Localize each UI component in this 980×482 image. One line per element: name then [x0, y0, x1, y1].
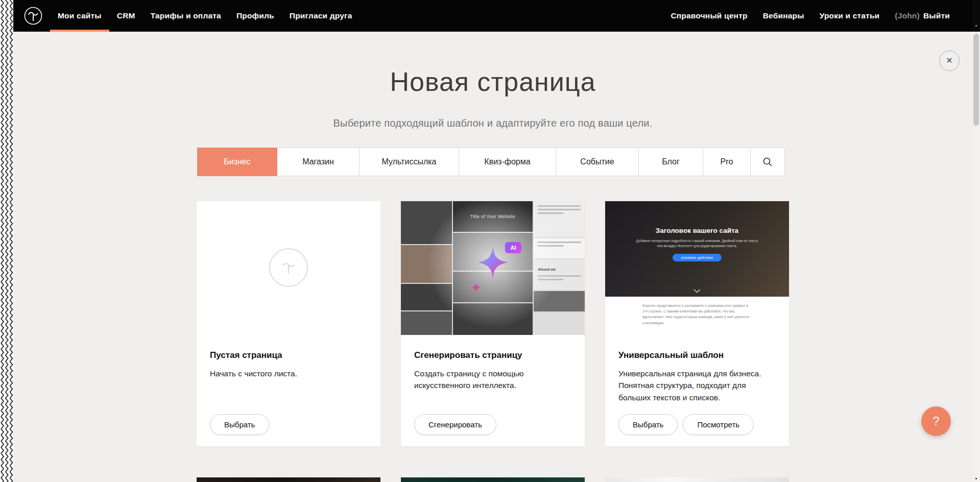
scrollbar-thumb[interactable]: [973, 34, 979, 126]
main-menu: Мои сайты CRM Тарифы и оплата Профиль Пр…: [50, 0, 360, 32]
logout-label: Выйти: [923, 11, 950, 20]
zigzag-pattern: [0, 0, 13, 482]
top-navbar: Мои сайты CRM Тарифы и оплата Профиль Пр…: [13, 0, 980, 32]
tilda-watermark-icon: [269, 248, 308, 287]
ai-badge: AI: [505, 242, 521, 253]
scrollbar-navbar-cap: ▲: [972, 0, 980, 32]
page-scrollbar: ▲ ▼: [972, 0, 980, 482]
choose-template-button[interactable]: Выбрать: [618, 414, 678, 435]
tilda-logo-icon: [23, 6, 43, 26]
blank-page-preview: [197, 201, 380, 335]
view-template-button[interactable]: Посмотреть: [683, 414, 754, 435]
search-icon: [762, 157, 773, 167]
ai-small-sparkle-icon: [470, 282, 482, 293]
partial-template-card: [401, 477, 585, 482]
nav-item-invite-friend[interactable]: Пригласи друга: [282, 0, 360, 32]
scroll-up-icon[interactable]: ▲: [974, 23, 978, 27]
template-hero-heading: Заголовок вашего сайта: [656, 227, 738, 234]
nav-item-my-sites[interactable]: Мои сайты: [50, 0, 109, 32]
username-label: (John): [895, 11, 920, 20]
nav-item-tariffs[interactable]: Тарифы и оплата: [143, 0, 229, 32]
nav-item-lessons[interactable]: Уроки и статьи: [812, 0, 888, 32]
page-subtitle: Выберите подходящий шаблон и адаптируйте…: [13, 117, 972, 129]
scroll-down-icon: ▼: [974, 477, 978, 480]
tab-blog[interactable]: Блог: [638, 148, 703, 176]
ai-card-image: Title of Your Website About us: [401, 201, 585, 335]
tab-multilink[interactable]: Мультиссылка: [359, 148, 459, 176]
card-title: Сгенерировать страницу: [414, 350, 571, 360]
close-button[interactable]: ✕: [939, 51, 960, 71]
tab-pro[interactable]: Pro: [703, 148, 751, 176]
template-category-tabs: Бизнес Магазин Мультиссылка Квиз-форма С…: [197, 148, 788, 176]
card-title: Пустая страница: [210, 350, 367, 360]
chevron-down-icon: [694, 289, 701, 293]
card-description: Начать с чистого листа.: [210, 368, 367, 379]
tab-event[interactable]: Событие: [556, 148, 639, 176]
secondary-menu: Справочный центр Вебинары Уроки и статьи…: [663, 0, 980, 32]
template-hero-cta-button: основное действие: [673, 254, 721, 261]
card-blank-page: Пустая страница Начать с чистого листа. …: [197, 201, 380, 446]
nav-item-logout[interactable]: (John) Выйти: [887, 0, 958, 32]
template-preview-image: Заголовок вашего сайта Добавьте интересн…: [605, 201, 789, 335]
nav-item-profile[interactable]: Профиль: [229, 0, 282, 32]
card-title: Универсальный шаблон: [618, 350, 776, 360]
new-page-dialog: ✕ Новая страница Выберите подходящий шаб…: [13, 32, 972, 482]
card-generate-ai: Title of Your Website About us: [401, 201, 585, 446]
template-cards-grid: Пустая страница Начать с чистого листа. …: [197, 201, 789, 446]
partial-template-card: [605, 477, 789, 482]
close-icon: ✕: [946, 57, 952, 65]
nav-item-help-center[interactable]: Справочный центр: [663, 0, 755, 32]
tab-search[interactable]: [750, 148, 785, 176]
page-title: Новая страница: [13, 66, 972, 97]
card-description: Создать страницу с помощью искусственног…: [414, 368, 571, 392]
nav-item-webinars[interactable]: Вебинары: [755, 0, 812, 32]
partial-template-card: [197, 477, 380, 482]
tilda-logo[interactable]: [23, 6, 43, 26]
template-body-block: Коротко представьтесь и расскажите о ком…: [605, 297, 789, 335]
card-description: Универсальная страница для бизнеса. Поня…: [618, 368, 776, 403]
generate-button[interactable]: Сгенерировать: [414, 414, 496, 435]
tab-quiz-form[interactable]: Квиз-форма: [459, 148, 556, 176]
card-universal-template: Заголовок вашего сайта Добавьте интересн…: [605, 201, 789, 446]
next-templates-row: [197, 477, 789, 482]
tab-shop[interactable]: Магазин: [277, 148, 360, 176]
decorative-zigzag-strip: [0, 0, 13, 482]
tab-business[interactable]: Бизнес: [197, 148, 277, 176]
nav-item-crm[interactable]: CRM: [109, 0, 143, 32]
scrollbar-down-button[interactable]: ▼: [972, 475, 980, 482]
scrollbar-track[interactable]: [972, 32, 980, 475]
help-button[interactable]: ?: [921, 406, 951, 436]
choose-blank-button[interactable]: Выбрать: [210, 414, 269, 435]
template-hero-subtext: Добавьте интересные подробности о вашей …: [635, 238, 760, 249]
question-icon: ?: [933, 414, 939, 428]
template-body-text: Коротко представьтесь и расскажите о ком…: [642, 303, 752, 335]
template-hero-block: Заголовок вашего сайта Добавьте интересн…: [605, 201, 789, 297]
